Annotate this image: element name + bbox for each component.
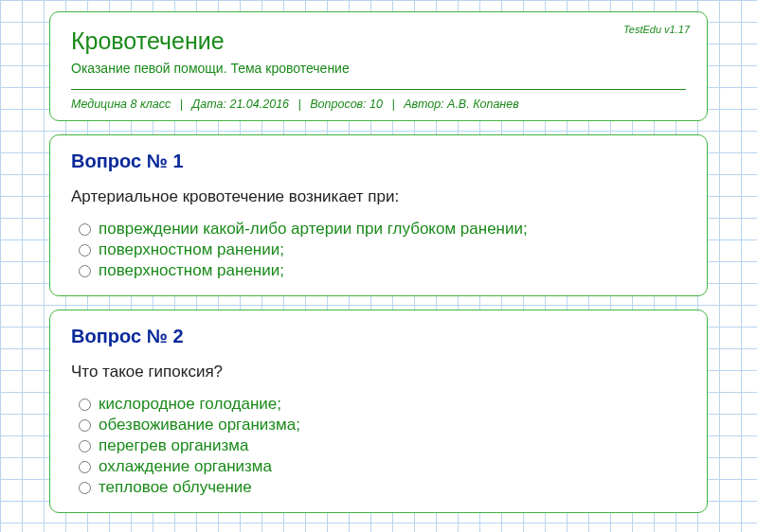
option-label[interactable]: охлаждение организма (99, 457, 272, 476)
page-title: Кровотечение (71, 27, 686, 55)
option-row: поверхностном ранении; (79, 261, 686, 280)
option-label[interactable]: поверхностном ранении; (99, 261, 284, 280)
option-label[interactable]: перегрев организма (99, 436, 248, 455)
meta-author: Автор: А.В. Копанев (404, 98, 519, 111)
option-radio[interactable] (79, 399, 91, 411)
option-row: перегрев организма (79, 436, 686, 455)
page-subtitle: Оказание певой помощи. Тема кровотечение (71, 61, 686, 76)
question-title: Вопрос № 2 (71, 326, 686, 347)
meta-sep: | (391, 98, 394, 111)
option-row: тепловое облучение (79, 478, 686, 497)
meta-count: Вопросов: 10 (310, 98, 383, 111)
question-card: Вопрос № 2 Что такое гипоксия? кислородн… (49, 310, 708, 513)
option-radio[interactable] (79, 482, 91, 494)
option-radio[interactable] (79, 244, 91, 257)
option-radio[interactable] (79, 265, 91, 277)
question-title: Вопрос № 1 (71, 151, 686, 172)
meta-date: Дата: 21.04.2016 (192, 98, 289, 111)
version-label: TestEdu v1.17 (623, 24, 690, 35)
meta-sep: | (298, 98, 301, 111)
option-radio[interactable] (79, 223, 91, 236)
option-label[interactable]: тепловое облучение (99, 478, 252, 497)
option-row: поверхностном ранении; (79, 240, 686, 259)
option-row: обезвоживание организма; (79, 416, 686, 434)
question-text: Что такое гипоксия? (71, 363, 686, 381)
option-row: кислородное голодание; (79, 395, 686, 414)
options-list: кислородное голодание; обезвоживание орг… (79, 395, 686, 497)
option-label[interactable]: повреждении какой-либо артерии при глубо… (99, 220, 528, 239)
meta-line: Медицина 8 класс | Дата: 21.04.2016 | Во… (71, 98, 686, 111)
meta-subject: Медицина 8 класс (71, 98, 171, 111)
options-list: повреждении какой-либо артерии при глубо… (79, 220, 686, 280)
option-row: повреждении какой-либо артерии при глубо… (79, 220, 686, 239)
question-card: Вопрос № 1 Артериальное кровотечение воз… (49, 134, 708, 296)
option-radio[interactable] (79, 461, 91, 473)
option-radio[interactable] (79, 440, 91, 452)
option-label[interactable]: кислородное голодание; (99, 395, 281, 414)
option-label[interactable]: поверхностном ранении; (99, 240, 284, 259)
question-text: Артериальное кровотечение возникает при: (71, 187, 686, 206)
meta-sep: | (180, 98, 183, 111)
divider (71, 89, 686, 90)
header-card: TestEdu v1.17 Кровотечение Оказание пево… (49, 11, 708, 121)
option-radio[interactable] (79, 419, 91, 432)
option-row: охлаждение организма (79, 457, 686, 476)
option-label[interactable]: обезвоживание организма; (99, 416, 300, 434)
